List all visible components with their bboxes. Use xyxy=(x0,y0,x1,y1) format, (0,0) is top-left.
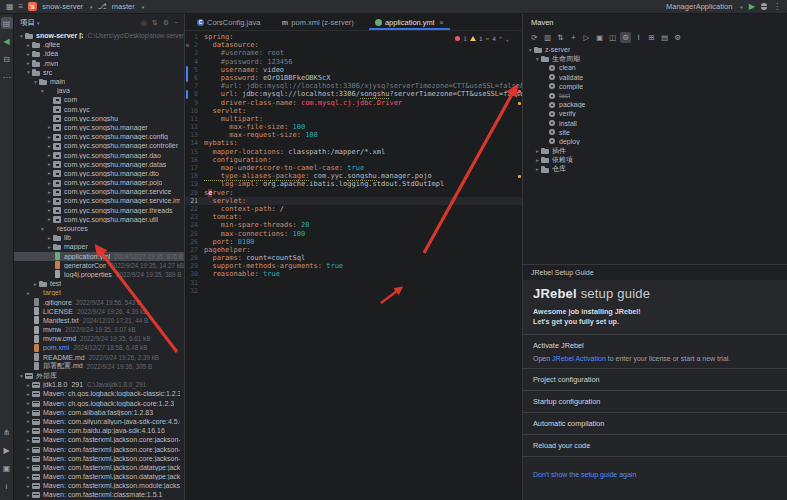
run-configuration[interactable]: ManagerApplication xyxy=(666,2,732,11)
expand-chevron-icon[interactable]: ▸ xyxy=(25,492,32,498)
expand-chevron-icon[interactable]: ▸ xyxy=(46,216,53,222)
maven-toolbar-icon[interactable]: ▷ xyxy=(581,32,592,43)
tree-row[interactable]: ▸ com.yyc.songshu.manager.dao xyxy=(14,150,184,159)
tree-row[interactable]: ▸ Maven: com.fasterxml.jackson.datatype:… xyxy=(14,472,184,481)
expand-chevron-icon[interactable]: ▸ xyxy=(46,124,53,130)
tree-row[interactable]: com.yyc xyxy=(14,105,184,114)
expand-chevron-icon[interactable]: ▸ xyxy=(25,290,32,296)
expand-chevron-icon[interactable]: ▾ xyxy=(527,47,534,53)
code-line[interactable]: 6 password: eOrO1BBFkeOBK5cX xyxy=(185,74,522,82)
code-line[interactable]: 18 type-aliases-package: com.yyc.songshu… xyxy=(185,172,522,180)
jrebel-panel-title[interactable]: JRebel Setup Guide xyxy=(523,265,787,280)
tool-stripe-icon[interactable]: ▤ xyxy=(1,17,13,29)
maven-tree-row[interactable]: ▸ 插件 xyxy=(523,146,787,155)
maven-toolbar-icon[interactable]: ▣ xyxy=(594,32,605,43)
tree-row[interactable]: ▸ jdk1.8.0_291 C:\Java\jdk1.8.0_291 xyxy=(14,380,184,389)
tree-row[interactable]: generatorConfig.xml 2022/9/24 19:35, 14.… xyxy=(14,261,184,270)
jrebel-section[interactable]: Startup configuration xyxy=(523,390,787,412)
expand-chevron-icon[interactable]: ▸ xyxy=(32,281,39,287)
tree-row[interactable]: Manifest.txt 2024/12/20 17:21, 44 B xyxy=(14,316,184,325)
expand-chevron-icon[interactable]: ▾ xyxy=(39,88,46,94)
maven-panel-title[interactable]: Maven xyxy=(523,14,787,30)
expand-chevron-icon[interactable]: ▸ xyxy=(46,152,53,158)
tree-row[interactable]: ▸ test xyxy=(14,279,184,288)
tree-row[interactable]: ▸ com.yyc.songshu.manager.config xyxy=(14,132,184,141)
tree-row[interactable]: ▸ com.yyc.songshu.manager.service xyxy=(14,187,184,196)
tree-row[interactable]: ▸ Maven: com.fasterxml.jackson.datatype:… xyxy=(14,463,184,472)
tool-stripe-icon[interactable]: i xyxy=(1,480,13,492)
code-line[interactable]: 24 min-spare-threads: 20 xyxy=(185,221,522,229)
maven-toolbar-icon[interactable]: ⇅ xyxy=(555,32,566,43)
code-line[interactable]: 4 #password: 123456 xyxy=(185,58,522,66)
expand-chevron-icon[interactable]: ▸ xyxy=(25,382,32,388)
expand-chevron-icon[interactable]: ▸ xyxy=(25,437,32,443)
code-line[interactable]: 5 username: video xyxy=(185,66,522,74)
expand-chevron-icon[interactable]: ▸ xyxy=(25,60,32,66)
expand-chevron-icon[interactable]: ▸ xyxy=(46,244,53,250)
maven-tree-row[interactable]: site xyxy=(523,128,787,137)
warning-stripe-mark[interactable] xyxy=(518,102,521,105)
expand-chevron-icon[interactable]: ▸ xyxy=(534,157,541,163)
tree-row[interactable]: com.yyc.songshu xyxy=(14,114,184,123)
maven-toolbar-icon[interactable]: ◫ xyxy=(607,32,618,43)
maven-tree-row[interactable]: install xyxy=(523,119,787,128)
tool-stripe-icon[interactable]: ⋔ xyxy=(1,426,13,438)
code-line[interactable]: 25 max-connections: 100 xyxy=(185,230,522,238)
expand-chevron-icon[interactable]: ▾ xyxy=(18,373,25,379)
maven-tree-row[interactable]: test xyxy=(523,91,787,100)
project-panel-title[interactable]: 项目 xyxy=(20,18,35,28)
tool-stripe-icon[interactable]: ⊟ xyxy=(1,53,13,65)
expand-chevron-icon[interactable]: ▸ xyxy=(25,400,32,406)
maven-toolbar-icon[interactable]: ⚙ xyxy=(620,32,631,43)
branch-name[interactable]: master xyxy=(112,2,135,11)
tree-row[interactable]: ▸ Maven: com.fasterxml.jackson.core:jack… xyxy=(14,435,184,444)
tree-row[interactable]: ▸ lib xyxy=(14,233,184,242)
code-line[interactable]: 12 max-file-size: 100 xyxy=(185,123,522,131)
expand-chevron-icon[interactable]: ▸ xyxy=(534,148,541,154)
close-tab-icon[interactable]: × xyxy=(439,19,443,26)
tree-row[interactable]: 部署配置.md 2022/9/24 19:36, 305 B xyxy=(14,362,184,371)
expand-chevron-icon[interactable]: ▸ xyxy=(46,161,53,167)
panel-header-icon[interactable]: ◎ xyxy=(141,19,147,27)
expand-chevron-icon[interactable]: ▸ xyxy=(25,455,32,461)
expand-chevron-icon[interactable]: ▸ xyxy=(46,198,53,204)
tree-row[interactable]: ▾ snow-server [z-server] C:\Users\yyc\De… xyxy=(14,31,184,40)
maven-tree-row[interactable]: compile xyxy=(523,82,787,91)
tool-stripe-icon[interactable]: ▶ xyxy=(1,444,13,456)
code-line[interactable]: 30 reasonable: true xyxy=(185,270,522,278)
code-line[interactable]: 32 xyxy=(185,287,522,295)
expand-chevron-icon[interactable]: ▸ xyxy=(46,143,53,149)
code-line[interactable]: 7 #url: jdbc:mysql://localhost:3306/xjys… xyxy=(185,82,522,90)
jrebel-activation-link[interactable]: JRebel Activation xyxy=(552,355,606,362)
tree-row[interactable]: application.yml 2024/12/27 19:35, 876 B xyxy=(14,252,184,261)
expand-chevron-icon[interactable]: ▾ xyxy=(25,69,32,75)
expand-chevron-icon[interactable]: ▸ xyxy=(534,166,541,172)
tree-row[interactable]: README.md 2022/9/24 19:26, 2.39 kB xyxy=(14,353,184,362)
expand-chevron-icon[interactable]: ▸ xyxy=(46,180,53,186)
tree-row[interactable]: ▸ Maven: com.alibaba:fastjson:1.2.83 xyxy=(14,408,184,417)
code-line[interactable]: 23 tomcat: xyxy=(185,213,522,221)
jrebel-section[interactable]: Project configuration xyxy=(523,368,787,390)
expand-chevron-icon[interactable]: ▸ xyxy=(46,207,53,213)
maven-toolbar-icon[interactable]: + xyxy=(568,32,579,43)
code-line[interactable]: 20 server: xyxy=(185,189,522,197)
code-line[interactable]: 26 port: 8100 xyxy=(185,238,522,246)
code-line[interactable]: 11 multipart: xyxy=(185,115,522,123)
maven-toolbar-icon[interactable]: ⊞ xyxy=(646,32,657,43)
expand-chevron-icon[interactable]: ▾ xyxy=(18,33,25,39)
tree-row[interactable]: ▸ Maven: ch.qos.logback:logback-core:1.2… xyxy=(14,399,184,408)
maven-toolbar-icon[interactable]: ⚙ xyxy=(672,32,683,43)
inspections-widget[interactable]: 1 1 ≈ 4 ⌃ ⌄ xyxy=(452,34,512,43)
tree-row[interactable]: LICENSE 2022/9/24 19:26, 4.39 kB xyxy=(14,307,184,316)
expand-chevron-icon[interactable]: ▸ xyxy=(25,474,32,480)
error-stripe-mark[interactable] xyxy=(518,90,521,93)
maven-tree-row[interactable]: validate xyxy=(523,73,787,82)
prev-problem-icon[interactable]: ⌃ xyxy=(499,35,503,42)
maven-tree-row[interactable]: package xyxy=(523,100,787,109)
tree-row[interactable]: ▸ .mvn xyxy=(14,59,184,68)
expand-chevron-icon[interactable]: ▸ xyxy=(25,391,32,397)
tree-row[interactable]: ▸ com.yyc.songshu.manager.util xyxy=(14,215,184,224)
maven-toolbar-icon[interactable]: Ⅰ xyxy=(633,32,644,43)
maven-toolbar-icon[interactable]: ▥ xyxy=(542,32,553,43)
code-line[interactable]: 14 mybatis: xyxy=(185,139,522,147)
